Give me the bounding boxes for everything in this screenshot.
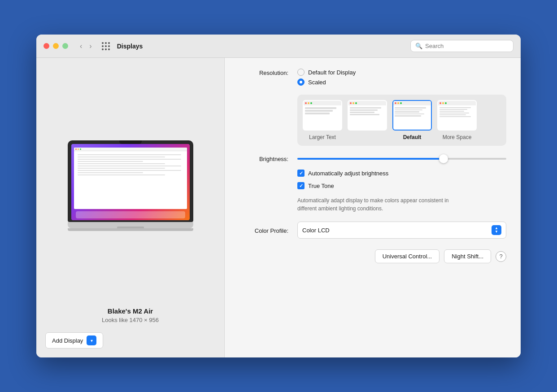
- brightness-thumb[interactable]: [439, 154, 448, 163]
- resolution-scaled-label: Scaled: [308, 79, 326, 86]
- navigation-buttons: ‹ ›: [77, 41, 95, 51]
- search-icon: 🔍: [415, 43, 422, 49]
- auto-brightness-label: Automatically adjust brightness: [308, 170, 388, 177]
- brightness-fill: [297, 158, 444, 160]
- maximize-button[interactable]: [62, 43, 68, 49]
- scale-preview-default: [392, 100, 432, 131]
- color-profile-section: Color Profile: Color LCD ▲ ▼: [239, 222, 506, 239]
- true-tone-label: True Tone: [308, 183, 334, 189]
- device-resolution: Looks like 1470 × 956: [102, 317, 159, 323]
- traffic-lights: [44, 43, 68, 49]
- color-profile-value: Color LCD: [302, 227, 330, 234]
- true-tone-checkbox[interactable]: [297, 182, 305, 189]
- scale-options-container: Larger Text: [297, 95, 506, 146]
- grid-view-button[interactable]: [102, 42, 110, 50]
- universal-control-button[interactable]: Universal Control...: [375, 249, 440, 263]
- search-box[interactable]: 🔍: [410, 40, 513, 52]
- device-name: Blake's M2 Air: [108, 307, 153, 315]
- scale-default-label: Default: [403, 134, 422, 140]
- help-button[interactable]: ?: [496, 251, 506, 262]
- resolution-label: Resolution:: [239, 69, 288, 76]
- select-arrows-icon: ▲ ▼: [492, 225, 501, 235]
- auto-brightness-checkbox[interactable]: [297, 170, 305, 177]
- resolution-default-option[interactable]: Default for Display: [297, 69, 356, 76]
- auto-brightness-row[interactable]: Automatically adjust brightness: [297, 170, 506, 177]
- scale-preview-2: [348, 100, 387, 131]
- laptop-image: [68, 140, 193, 231]
- main-panel: Resolution: Default for Display Scaled: [225, 58, 521, 357]
- forward-button[interactable]: ›: [87, 41, 94, 51]
- true-tone-description: Automatically adapt display to make colo…: [297, 196, 468, 213]
- night-shift-button[interactable]: Night Shift...: [444, 249, 491, 263]
- resolution-scaled-option[interactable]: Scaled: [297, 78, 356, 86]
- bottom-buttons: Universal Control... Night Shift... ?: [239, 249, 506, 263]
- true-tone-row[interactable]: True Tone: [297, 182, 506, 189]
- scale-more-space-label: More Space: [443, 134, 472, 140]
- resolution-section: Resolution: Default for Display Scaled: [239, 69, 506, 86]
- back-button[interactable]: ‹: [77, 41, 85, 51]
- window-title: Displays: [117, 43, 143, 50]
- add-display-button[interactable]: Add Display ▾: [45, 332, 103, 348]
- color-profile-label: Color Profile:: [239, 226, 288, 234]
- search-input[interactable]: [425, 43, 509, 49]
- minimize-button[interactable]: [53, 43, 59, 49]
- brightness-label: Brightness:: [239, 155, 288, 162]
- system-preferences-window: ‹ › Displays 🔍: [36, 35, 521, 357]
- resolution-options: Default for Display Scaled: [297, 69, 356, 86]
- add-display-dropdown-arrow[interactable]: ▾: [87, 335, 96, 345]
- checkbox-section: Automatically adjust brightness True Ton…: [297, 170, 506, 189]
- laptop-preview-container: [68, 71, 193, 300]
- color-profile-select[interactable]: Color LCD ▲ ▼: [297, 222, 506, 239]
- laptop-screen: [71, 144, 190, 220]
- close-button[interactable]: [44, 43, 49, 49]
- scale-larger-text[interactable]: Larger Text: [303, 100, 342, 140]
- brightness-section: Brightness:: [239, 155, 506, 162]
- scale-more-space[interactable]: More Space: [437, 100, 477, 140]
- brightness-slider[interactable]: [297, 158, 506, 160]
- sidebar: Blake's M2 Air Looks like 1470 × 956 Add…: [36, 58, 225, 357]
- resolution-default-radio[interactable]: [297, 69, 305, 76]
- scale-larger-label: Larger Text: [309, 134, 336, 140]
- titlebar: ‹ › Displays 🔍: [36, 35, 521, 58]
- resolution-default-label: Default for Display: [308, 69, 356, 76]
- content-area: Blake's M2 Air Looks like 1470 × 956 Add…: [36, 58, 521, 357]
- scale-option-2[interactable]: [348, 100, 387, 140]
- sidebar-bottom: Add Display ▾: [45, 332, 103, 348]
- add-display-label: Add Display: [52, 337, 83, 344]
- scale-preview-larger: [303, 100, 342, 131]
- scale-default[interactable]: Default: [392, 100, 432, 140]
- resolution-scaled-radio[interactable]: [297, 78, 305, 86]
- laptop-notch: [119, 140, 142, 144]
- scale-preview-more-space: [437, 100, 477, 131]
